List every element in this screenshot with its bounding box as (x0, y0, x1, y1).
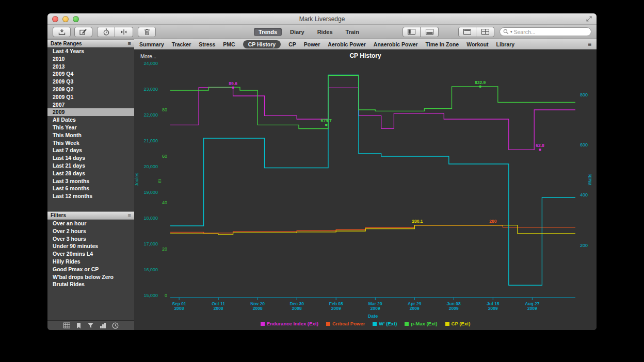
ei-axis-title: EI (157, 179, 162, 183)
sidebar-item-under-90-minutes[interactable]: Under 90 minutes (47, 242, 134, 250)
view-tab-train[interactable]: Train (341, 28, 364, 36)
sidebar-item-2007[interactable]: 2007 (47, 101, 134, 109)
sidebar-item-last-4-years[interactable]: Last 4 Years (47, 47, 134, 55)
section-title: Filters (51, 212, 66, 218)
chart-bars-icon[interactable] (100, 322, 106, 328)
sidebar-item-2013[interactable]: 2013 (47, 63, 134, 71)
tab-pmc[interactable]: PMC (223, 41, 235, 47)
minimize-button[interactable] (62, 16, 69, 22)
hamburger-icon[interactable]: ≡ (128, 212, 131, 219)
tab-stress[interactable]: Stress (199, 41, 215, 47)
view-tab-trends[interactable]: Trends (254, 28, 282, 36)
sidebar-item-last-12-months[interactable]: Last 12 months (47, 192, 134, 200)
fullscreen-icon[interactable] (586, 16, 592, 22)
sidebar-item-over-20mins-l4[interactable]: Over 20mins L4 (47, 250, 134, 258)
x-tick-label: Dec 302008 (289, 301, 304, 311)
sidebar-item-2009[interactable]: 2009 (47, 108, 134, 116)
sidebar-item-this-month[interactable]: This Month (47, 131, 134, 139)
titlebar[interactable]: Mark Liversedge (47, 13, 597, 25)
window-controls (52, 16, 79, 22)
legend-swatch (445, 322, 449, 326)
section-header-date-ranges: Date Ranges≡ (47, 39, 134, 47)
chart-settings-link[interactable]: More... (140, 54, 156, 59)
sidebar-item-last-21-days[interactable]: Last 21 days (47, 162, 134, 170)
sidebar-item-2009-q1[interactable]: 2009 Q1 (47, 93, 134, 101)
view-tab-diary[interactable]: Diary (285, 28, 309, 36)
joules-tick-label: 23,000 (143, 87, 158, 92)
tab-tracker[interactable]: Tracker (172, 41, 191, 47)
x-tick-label: Mar 202009 (368, 301, 382, 311)
import-icon (58, 28, 66, 35)
annotation-label: 280 (489, 219, 496, 224)
ei-tick-label: 0 (165, 293, 167, 298)
tiled-view-icon (481, 29, 489, 35)
sidebar-item-this-week[interactable]: This Week (47, 139, 134, 147)
tab-anaerobic-power[interactable]: Anaerobic Power (374, 41, 418, 47)
sidebar-item-2010[interactable]: 2010 (47, 55, 134, 63)
grid-icon[interactable] (63, 322, 70, 328)
tab-summary[interactable]: Summary (139, 41, 164, 47)
delete-button[interactable] (138, 27, 156, 37)
filter-icon[interactable] (87, 322, 94, 328)
sidebar-item-over-an-hour[interactable]: Over an hour (47, 220, 134, 227)
compose-button[interactable] (74, 27, 92, 37)
toggle-sidebar-button[interactable] (403, 27, 421, 37)
hamburger-icon[interactable]: ≡ (588, 41, 591, 48)
sidebar-item-2009-q4[interactable]: 2009 Q4 (47, 70, 134, 78)
view-tab-rides[interactable]: Rides (313, 28, 337, 36)
sidebar-item-over-3-hours[interactable]: Over 3 hours (47, 235, 134, 243)
single-view-button[interactable] (458, 27, 476, 37)
sidebar-item-w-bal-drops-below-zero[interactable]: W'bal drops below Zero (47, 273, 134, 281)
bookmark-icon[interactable] (76, 322, 82, 329)
tab-library[interactable]: Library (496, 41, 515, 47)
legend-label: CP (Ext) (452, 321, 471, 326)
sidebar-left-icon (408, 29, 415, 35)
sidebar-item-all-dates[interactable]: All Dates (47, 116, 134, 124)
sidebar-item-last-14-days[interactable]: Last 14 days (47, 154, 134, 162)
tab-cp-history[interactable]: CP History (243, 40, 281, 48)
sidebar-item-2009-q3[interactable]: 2009 Q3 (47, 78, 134, 86)
sidebar-item-brutal-rides[interactable]: Brutal Rides (47, 281, 134, 288)
search-field[interactable]: ▾ (500, 27, 591, 36)
zoom-button[interactable] (73, 16, 79, 22)
legend-item-cp-ext: CP (Ext) (445, 321, 471, 326)
chart-tabbar: SummaryTrackerStressPMCCP HistoryCPPower… (134, 39, 597, 50)
split-view-button[interactable] (115, 27, 133, 37)
tab-aerobic-power[interactable]: Aerobic Power (328, 41, 366, 47)
sidebar-item-last-28-days[interactable]: Last 28 days (47, 170, 134, 177)
tab-workout[interactable]: Workout (466, 41, 488, 47)
tab-time-in-zone[interactable]: Time In Zone (426, 41, 459, 47)
sidebar-item-hilly-rides[interactable]: Hilly Rides (47, 258, 134, 266)
sidebar-item-this-year[interactable]: This Year (47, 124, 134, 131)
sidebar-item-good-pmax-or-cp[interactable]: Good Pmax or CP (47, 266, 134, 273)
sidebar-item-over-2-hours[interactable]: Over 2 hours (47, 227, 134, 235)
tiled-view-button[interactable] (476, 27, 494, 37)
legend-swatch (326, 322, 330, 326)
close-button[interactable] (52, 16, 58, 22)
series-lines (170, 75, 575, 286)
legend-swatch (405, 322, 409, 326)
sidebar-item-2009-q2[interactable]: 2009 Q2 (47, 86, 134, 93)
joules-tick-label: 21,000 (143, 138, 158, 143)
legend-item-w-ext: W' (Ext) (373, 321, 397, 326)
annotation-label: 280.1 (412, 219, 423, 224)
caret-down-icon[interactable]: ▾ (510, 30, 512, 34)
annotation-dot (232, 86, 234, 89)
hamburger-icon[interactable]: ≡ (128, 40, 131, 46)
x-tick-label: Aug 272009 (525, 301, 540, 311)
toggle-lowbar-button[interactable] (421, 27, 439, 37)
search-input[interactable] (514, 29, 588, 35)
tab-power[interactable]: Power (304, 41, 320, 47)
stopwatch-button[interactable] (97, 27, 115, 37)
content: Date Ranges≡Last 4 Years201020132009 Q42… (47, 39, 597, 330)
x-tick-label: Jul 182009 (487, 301, 499, 311)
sidebar-item-last-3-months[interactable]: Last 3 months (47, 177, 134, 185)
joules-axis-title: Joules (134, 172, 139, 186)
y-axes: 15,00016,00017,00018,00019,00020,00021,0… (134, 61, 592, 298)
sidebar-item-last-7-days[interactable]: Last 7 days (47, 146, 134, 154)
sidebar-item-last-6-months[interactable]: Last 6 months (47, 185, 134, 192)
tab-cp[interactable]: CP (288, 41, 296, 47)
clock-icon[interactable] (112, 322, 119, 329)
import-button[interactable] (53, 27, 71, 37)
joules-tick-label: 24,000 (143, 61, 158, 66)
